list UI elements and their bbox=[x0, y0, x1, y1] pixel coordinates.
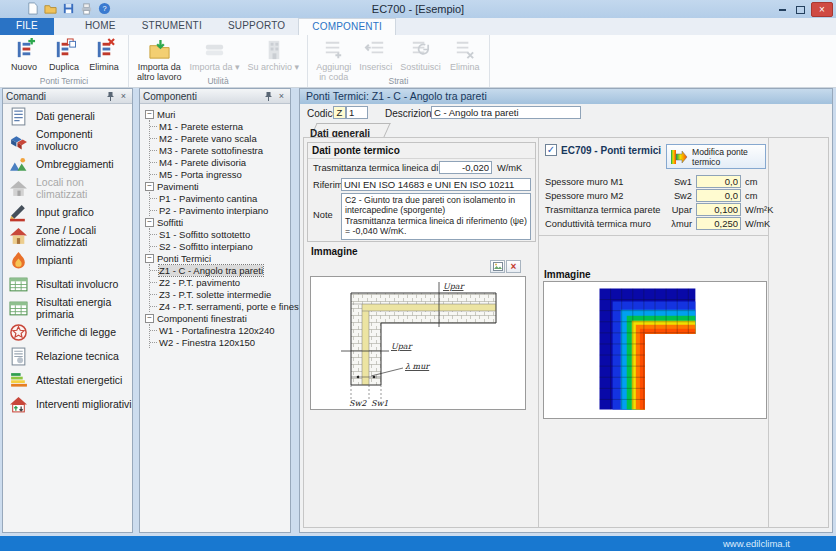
tree-item-w2[interactable]: W2 - Finestra 120x150 bbox=[150, 336, 288, 348]
tree-node-ponti-termici[interactable]: −Ponti Termici bbox=[145, 252, 288, 264]
import-archive-icon bbox=[203, 38, 226, 61]
tree-item-m5[interactable]: M5 - Porta ingresso bbox=[150, 168, 288, 180]
sw2-field[interactable] bbox=[696, 189, 741, 202]
pin-icon[interactable] bbox=[263, 91, 274, 102]
tree-item-m2[interactable]: M2 - Parete vano scala bbox=[150, 132, 288, 144]
sidebar-item-verifiche-di-legge[interactable]: Verifiche di legge bbox=[3, 320, 132, 344]
sidebar-item-input-grafico[interactable]: Input grafico bbox=[3, 200, 132, 224]
tree-item-z3[interactable]: Z3 - P.T. solette intermedie bbox=[150, 288, 288, 300]
spessore-m1-label: Spessore muro M1 bbox=[545, 177, 624, 187]
collapse-icon[interactable]: − bbox=[145, 218, 154, 227]
modifica-ponte-termico-button[interactable]: Modifica ponte termico bbox=[666, 144, 766, 169]
tab-strumenti[interactable]: STRUMENTI bbox=[129, 18, 215, 35]
collapse-icon[interactable]: − bbox=[145, 314, 154, 323]
close-panel-icon[interactable]: × bbox=[118, 91, 129, 102]
tab-file[interactable]: FILE bbox=[0, 18, 54, 35]
tab-supporto[interactable]: SUPPORTO bbox=[215, 18, 298, 35]
ec709-checkbox[interactable]: ✓ bbox=[545, 144, 557, 156]
trasmittanza-field[interactable] bbox=[439, 161, 492, 174]
sidebar-item-interventi-migliorativi[interactable]: Interventi migliorativi bbox=[3, 392, 132, 416]
close-button[interactable]: × bbox=[811, 2, 833, 17]
sidebar-item-risultati-energia-primaria[interactable]: Risultati energia primaria bbox=[3, 296, 132, 320]
descrizione-field[interactable] bbox=[431, 106, 581, 119]
law-checks-seal-icon bbox=[9, 323, 28, 342]
tree-item-z2[interactable]: Z2 - P.T. pavimento bbox=[150, 276, 288, 288]
note-field[interactable]: C2 - Giunto tra due pareti con isolament… bbox=[341, 193, 531, 240]
sidebar-item-risultati-involucro[interactable]: Risultati involucro bbox=[3, 272, 132, 296]
heated-zones-icon bbox=[9, 227, 28, 246]
minimize-button[interactable] bbox=[775, 4, 790, 16]
tree-item-m3[interactable]: M3 - Parete sottofinestra bbox=[150, 144, 288, 156]
sidebar-item-attestati-energetici[interactable]: Attestati energetici bbox=[3, 368, 132, 392]
immagine-label-right: Immagine bbox=[544, 269, 591, 280]
edilclima-link[interactable]: www.edilclima.it bbox=[723, 538, 790, 549]
title-bar: ? EC700 - [Esempio] × bbox=[0, 0, 836, 18]
collapse-icon[interactable]: − bbox=[145, 110, 154, 119]
tree-node-pavimenti[interactable]: −Pavimenti bbox=[145, 180, 288, 192]
sw1-symbol: Sw1 bbox=[656, 177, 692, 187]
comandi-panel: Comandi × Dati generali Componenti invol… bbox=[2, 88, 133, 533]
delete-image-button[interactable]: × bbox=[506, 260, 521, 273]
tree-item-m1[interactable]: M1 - Parete esterna bbox=[150, 120, 288, 132]
sidebar-item-zone-locali-climatizzati[interactable]: Zone / Locali climatizzati bbox=[3, 224, 132, 248]
tab-home[interactable]: HOME bbox=[72, 18, 129, 35]
tab-componenti[interactable]: COMPONENTI bbox=[298, 18, 396, 35]
sw1-field[interactable] bbox=[696, 175, 741, 188]
ribbon-group-strati: Aggiungi in coda Inserisci Sostituisci E… bbox=[308, 35, 490, 87]
sw1-dim-label: Sw1 bbox=[371, 399, 388, 408]
u-mid-label: Upar bbox=[391, 342, 413, 351]
tree-item-m4[interactable]: M4 - Parete divisoria bbox=[150, 156, 288, 168]
sidebar-item-relazione-tecnica[interactable]: Relazione tecnica bbox=[3, 344, 132, 368]
collapse-icon[interactable]: − bbox=[145, 254, 154, 263]
trasmittanza-parete-label: Trasmittanza termica parete bbox=[545, 205, 660, 215]
sostituisci-button: Sostituisci bbox=[398, 37, 443, 73]
replace-list-icon bbox=[409, 38, 432, 61]
importa-da-button: Importa da ▾ bbox=[188, 37, 242, 73]
sidebar-item-impianti[interactable]: Impianti bbox=[3, 248, 132, 272]
lambda-label: λ mur bbox=[405, 362, 430, 371]
upar-field[interactable] bbox=[696, 203, 741, 216]
tree-item-s2[interactable]: S2 - Soffitto interpiano bbox=[150, 240, 288, 252]
tree-node-muri[interactable]: −Muri bbox=[145, 108, 288, 120]
thermal-bridge-drawing: Upar Upar λ mur Sw2 Sw1 bbox=[311, 277, 525, 409]
duplica-button[interactable]: Duplica bbox=[46, 37, 82, 73]
codice-number-field[interactable] bbox=[346, 106, 368, 119]
ribbon: Nuovo Duplica Elimina Ponti Termici Impo… bbox=[0, 35, 836, 88]
bridge-drawing-frame: Upar Upar λ mur Sw2 Sw1 bbox=[310, 276, 526, 410]
tab-dati-generali[interactable]: Dati generali bbox=[310, 123, 384, 138]
ribbon-group-label: Ponti Termici bbox=[0, 76, 128, 86]
codice-prefix-field[interactable] bbox=[333, 106, 346, 119]
elimina-button[interactable]: Elimina bbox=[86, 37, 122, 73]
primary-energy-results-table-icon bbox=[9, 299, 28, 318]
delete-list-icon bbox=[453, 38, 476, 61]
tree-node-soffitti[interactable]: −Soffitti bbox=[145, 216, 288, 228]
tree-item-z1-selected[interactable]: Z1 - C - Angolo tra pareti bbox=[150, 264, 288, 276]
ribbon-group-utilita: Importa da altro lavoro Importa da ▾ Su … bbox=[129, 35, 308, 87]
append-list-icon bbox=[322, 38, 345, 61]
nuovo-button[interactable]: Nuovo bbox=[6, 37, 42, 73]
delete-layers-icon bbox=[93, 38, 116, 61]
ribbon-group-label: Utilità bbox=[129, 76, 307, 86]
immagine-label: Immagine bbox=[311, 246, 358, 257]
sidebar-item-ombreggiamenti[interactable]: Ombreggiamenti bbox=[3, 152, 132, 176]
thermal-heatmap-image bbox=[544, 282, 766, 418]
tree-item-z4[interactable]: Z4 - P.T. serramenti, porte e finestre bbox=[150, 300, 288, 312]
maximize-button[interactable] bbox=[793, 4, 808, 16]
collapse-icon[interactable]: − bbox=[145, 182, 154, 191]
pin-icon[interactable] bbox=[105, 91, 116, 102]
tree-item-p1[interactable]: P1 - Pavimento cantina bbox=[150, 192, 288, 204]
riferimento-field[interactable] bbox=[341, 178, 531, 191]
technical-report-icon bbox=[9, 347, 28, 366]
sidebar-item-componenti-involucro[interactable]: Componenti involucro bbox=[3, 128, 132, 152]
sw2-dim-label: Sw2 bbox=[349, 399, 367, 408]
tree-item-w1[interactable]: W1 - Portafinestra 120x240 bbox=[150, 324, 288, 336]
tree-item-s1[interactable]: S1 - Soffitto sottotetto bbox=[150, 228, 288, 240]
close-panel-icon[interactable]: × bbox=[276, 91, 287, 102]
tree-item-p2[interactable]: P2 - Pavimento interpiano bbox=[150, 204, 288, 216]
sidebar-item-dati-generali[interactable]: Dati generali bbox=[3, 104, 132, 128]
graphic-input-icon bbox=[9, 203, 28, 222]
lambda-mur-field[interactable] bbox=[696, 217, 741, 230]
su-archivio-button: Su archivio ▾ bbox=[246, 37, 302, 73]
tree-node-componenti-finestrati[interactable]: −Componenti finestrati bbox=[145, 312, 288, 324]
insert-image-button[interactable] bbox=[490, 260, 505, 273]
